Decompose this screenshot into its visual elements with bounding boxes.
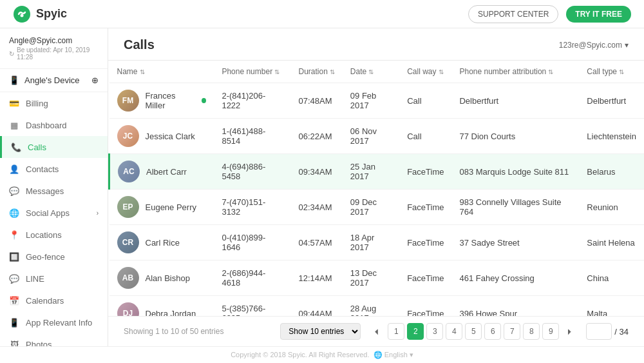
current-user-selector[interactable]: 123re@Spyic.com ▾ bbox=[559, 41, 629, 57]
pagination-next[interactable]: ⏵ bbox=[562, 323, 578, 340]
sidebar-item-photos[interactable]: 🖼 Photos bbox=[0, 333, 108, 346]
sidebar-item-geo-fence[interactable]: 🔲 Geo-fence bbox=[0, 246, 108, 268]
sidebar-item-line[interactable]: 💬 LINE bbox=[0, 268, 108, 289]
date-cell: 09 Dec 2017 bbox=[343, 190, 399, 225]
page-title: Calls bbox=[124, 37, 155, 60]
col-header-call-way[interactable]: Call way⇅ bbox=[399, 61, 451, 83]
page-btn-4[interactable]: 4 bbox=[446, 323, 462, 340]
avatar: DJ bbox=[117, 302, 139, 316]
page-btn-1[interactable]: 1 bbox=[388, 323, 404, 340]
nav-item-label: LINE bbox=[26, 274, 44, 284]
attribution-cell: 77 Dion Courts bbox=[451, 119, 579, 154]
sidebar-item-app-relevant-info[interactable]: 📱 App Relevant Info bbox=[0, 311, 108, 333]
contact-name: Alan Bishop bbox=[146, 273, 190, 283]
table-row[interactable]: JC Jessica Clark 1-(461)488-8514 06:22AM… bbox=[109, 119, 645, 154]
table-row[interactable]: AC Albert Carr 4-(694)886-5458 09:34AM 2… bbox=[109, 154, 645, 190]
col-header-phone-number-attribution[interactable]: Phone number attribution⇅ bbox=[451, 61, 579, 83]
table-body: FM Frances Miller 2-(841)206-1222 07:48A… bbox=[109, 83, 645, 317]
sidebar-item-contacts[interactable]: 👤 Contacts bbox=[0, 158, 108, 180]
sidebar-item-calendars[interactable]: 📅 Calendars bbox=[0, 289, 108, 311]
sort-icon: ⇅ bbox=[140, 68, 145, 75]
table-row[interactable]: FM Frances Miller 2-(841)206-1222 07:48A… bbox=[109, 83, 645, 119]
sidebar-item-messages[interactable]: 💬 Messages bbox=[0, 180, 108, 202]
attribution-cell: Delbertfurt bbox=[451, 83, 579, 119]
calltype-cell: Delbertfurt bbox=[579, 83, 644, 119]
page-input-group: / 34 bbox=[586, 323, 629, 340]
phone-cell: 4-(694)886-5458 bbox=[214, 154, 290, 190]
pagination-prev[interactable]: ⏴ bbox=[368, 323, 385, 340]
nav-item-label: Messages bbox=[26, 186, 64, 196]
calltype-cell: Liechtenstein bbox=[579, 119, 644, 154]
support-center-button[interactable]: SUPPORT CENTER bbox=[468, 5, 558, 23]
contacts-icon: 👤 bbox=[9, 164, 19, 174]
page-btn-7[interactable]: 7 bbox=[504, 323, 520, 340]
callway-cell: FaceTime bbox=[399, 260, 451, 296]
logo-text: Spyic bbox=[36, 7, 67, 21]
show-entries-select[interactable]: Show 10 entries Show 25 entries Show 50 … bbox=[280, 323, 361, 340]
messages-icon: 💬 bbox=[9, 186, 19, 196]
contact-name: Eugene Perry bbox=[146, 202, 197, 212]
sidebar-item-billing[interactable]: 💳 Billing bbox=[0, 92, 108, 114]
device-options-icon[interactable]: ⊕ bbox=[91, 75, 99, 85]
nav-item-label: Calls bbox=[28, 142, 46, 152]
logo: Spyic bbox=[13, 5, 67, 23]
callway-cell: FaceTime bbox=[399, 190, 451, 225]
calltype-cell: Belarus bbox=[579, 154, 644, 190]
page-number-input[interactable] bbox=[586, 323, 612, 340]
sidebar-item-locations[interactable]: 📍 Locations bbox=[0, 224, 108, 246]
sidebar-user-info: Angle@Spyic.com ↻ Be updated: Apr 10, 20… bbox=[0, 28, 108, 69]
photos-icon: 🖼 bbox=[9, 339, 19, 346]
device-icon: 📱 bbox=[9, 75, 19, 85]
sidebar: Angle@Spyic.com ↻ Be updated: Apr 10, 20… bbox=[0, 28, 108, 346]
sidebar-item-calls[interactable]: 📞 Calls bbox=[0, 136, 108, 158]
phone-cell: 7-(470)151-3132 bbox=[214, 190, 290, 225]
col-header-phone-number[interactable]: Phone number⇅ bbox=[214, 61, 290, 83]
nav-item-label: Contacts bbox=[26, 164, 59, 174]
table-row[interactable]: DJ Debra Jordan 5-(385)766-6905 09:44AM … bbox=[109, 296, 645, 317]
col-header-name[interactable]: Name⇅ bbox=[109, 61, 214, 83]
table-row[interactable]: CR Carl Rice 0-(410)899-1646 04:57AM 18 … bbox=[109, 225, 645, 260]
language-selector[interactable]: English bbox=[384, 351, 408, 358]
page-btn-3[interactable]: 3 bbox=[426, 323, 443, 340]
page-btn-5[interactable]: 5 bbox=[465, 323, 482, 340]
main-content: Calls 123re@Spyic.com ▾ Name⇅Phone numbe… bbox=[108, 28, 644, 346]
showing-entries: Showing 1 to 10 of 50 entries bbox=[124, 327, 223, 336]
avatar: AB bbox=[117, 267, 139, 289]
page-btn-9[interactable]: 9 bbox=[542, 323, 559, 340]
nav-item-label: Billing bbox=[26, 99, 48, 108]
sidebar-item-social-apps[interactable]: 🌐 Social Apps › bbox=[0, 202, 108, 224]
avatar: EP bbox=[117, 196, 139, 218]
callway-cell: Call bbox=[399, 119, 451, 154]
avatar: JC bbox=[117, 125, 139, 147]
duration-cell: 04:57AM bbox=[290, 225, 342, 260]
try-it-free-button[interactable]: TRY IT FREE bbox=[566, 6, 631, 23]
page-btn-8[interactable]: 8 bbox=[523, 323, 540, 340]
contact-name: Jessica Clark bbox=[146, 132, 195, 141]
sidebar-item-dashboard[interactable]: ▦ Dashboard bbox=[0, 114, 108, 136]
name-cell: JC Jessica Clark bbox=[109, 119, 214, 154]
phone-cell: 2-(686)944-4618 bbox=[214, 260, 290, 296]
page-btn-6[interactable]: 6 bbox=[484, 323, 501, 340]
table-row[interactable]: EP Eugene Perry 7-(470)151-3132 02:34AM … bbox=[109, 190, 645, 225]
contact-name: Frances Miller bbox=[146, 91, 193, 110]
page-btn-2[interactable]: 2 bbox=[407, 323, 424, 340]
attribution-cell: 983 Connelly Villages Suite 764 bbox=[451, 190, 579, 225]
phone-cell: 2-(841)206-1222 bbox=[214, 83, 290, 119]
social-icon: 🌐 bbox=[9, 208, 19, 218]
table-footer: Showing 1 to 10 of 50 entries Show 10 en… bbox=[108, 316, 644, 346]
col-header-date[interactable]: Date⇅ bbox=[343, 61, 399, 83]
callway-cell: FaceTime bbox=[399, 225, 451, 260]
nav-item-label: Locations bbox=[26, 230, 62, 240]
nav-item-label: Dashboard bbox=[26, 121, 67, 130]
calltype-cell: Malta bbox=[579, 296, 644, 317]
table-row[interactable]: AB Alan Bishop 2-(686)944-4618 12:14AM 1… bbox=[109, 260, 645, 296]
callway-cell: FaceTime bbox=[399, 154, 451, 190]
col-header-call-type[interactable]: Call type⇅ bbox=[579, 61, 644, 83]
col-header-duration[interactable]: Duration⇅ bbox=[290, 61, 342, 83]
show-entries-control: Show 10 entries Show 25 entries Show 50 … bbox=[280, 323, 361, 340]
duration-cell: 06:22AM bbox=[290, 119, 342, 154]
sidebar-device[interactable]: 📱 Angle's Device ⊕ bbox=[0, 69, 108, 92]
date-cell: 09 Feb 2017 bbox=[343, 83, 399, 119]
name-cell: FM Frances Miller bbox=[109, 83, 214, 119]
chevron-right-icon: › bbox=[97, 210, 99, 217]
